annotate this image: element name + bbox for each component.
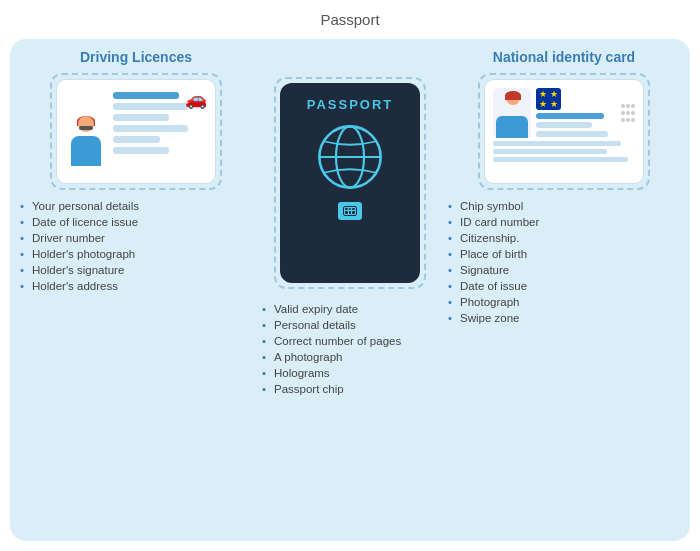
list-item: Date of licence issue	[18, 214, 254, 230]
list-item: Swipe zone	[446, 310, 682, 326]
list-item: Chip symbol	[446, 198, 682, 214]
list-item: Your personal details	[18, 198, 254, 214]
dl-bar-3	[113, 114, 169, 121]
dl-person-figure	[67, 116, 105, 176]
nid-right: ★ ★★ ★	[536, 88, 616, 138]
list-item: Holder's photograph	[18, 246, 254, 262]
driving-licence-card-wrapper: 🚗	[50, 73, 222, 190]
car-icon: 🚗	[185, 88, 207, 110]
nid-dots	[621, 88, 635, 138]
passport-card: PASSPORT	[280, 83, 420, 283]
globe-icon	[315, 122, 385, 192]
dl-person-photo	[65, 88, 107, 176]
content-area: Driving Licences	[10, 39, 690, 541]
national-id-card-wrapper: ★ ★★ ★	[478, 73, 650, 190]
nid-bar-3	[536, 131, 608, 137]
driving-licences-section: Driving Licences	[18, 49, 254, 529]
nid-bar-1	[536, 113, 604, 119]
driving-licence-card: 🚗	[56, 79, 216, 184]
list-item: Holder's signature	[18, 262, 254, 278]
passport-list: Valid expiry date Personal details Corre…	[260, 301, 440, 397]
dl-bar-1	[113, 92, 179, 99]
list-item: Holograms	[260, 365, 440, 381]
passport-section: PASSPORT	[260, 49, 440, 529]
person-glasses	[79, 126, 93, 130]
list-item: Driver number	[18, 230, 254, 246]
national-id-card: ★ ★★ ★	[484, 79, 644, 184]
passport-title: Passport	[250, 11, 450, 28]
dl-bar-2	[113, 103, 188, 110]
driving-licences-title: Driving Licences	[80, 49, 192, 65]
list-item: Personal details	[260, 317, 440, 333]
list-item: Holder's address	[18, 278, 254, 294]
passport-label: PASSPORT	[307, 97, 394, 112]
nid-bar-2	[536, 122, 592, 128]
list-item: Date of issue	[446, 278, 682, 294]
passport-card-wrapper: PASSPORT	[274, 77, 426, 289]
chip-icon	[338, 202, 362, 220]
person-body	[71, 136, 101, 166]
chip-inner	[343, 206, 357, 216]
list-item: A photograph	[260, 349, 440, 365]
list-item: Valid expiry date	[260, 301, 440, 317]
nid-top: ★ ★★ ★	[493, 88, 635, 138]
nid-bottom	[493, 141, 635, 162]
list-item: Correct number of pages	[260, 333, 440, 349]
list-item: Citizenship.	[446, 230, 682, 246]
list-item: Place of birth	[446, 246, 682, 262]
list-item: Passport chip	[260, 381, 440, 397]
driving-licences-list: Your personal details Date of licence is…	[18, 198, 254, 294]
dl-bar-6	[113, 147, 169, 154]
main-container: Passport Driving Licences	[10, 11, 690, 541]
list-item: ID card number	[446, 214, 682, 230]
dl-bar-5	[113, 136, 160, 143]
national-id-section: National identity card ★ ★★ ★	[446, 49, 682, 529]
list-item: Photograph	[446, 294, 682, 310]
national-id-list: Chip symbol ID card number Citizenship. …	[446, 198, 682, 326]
national-id-title: National identity card	[493, 49, 635, 65]
eu-stars: ★ ★★ ★	[536, 88, 561, 110]
list-item: Signature	[446, 262, 682, 278]
dl-bar-4	[113, 125, 188, 132]
nid-photo	[493, 88, 531, 138]
